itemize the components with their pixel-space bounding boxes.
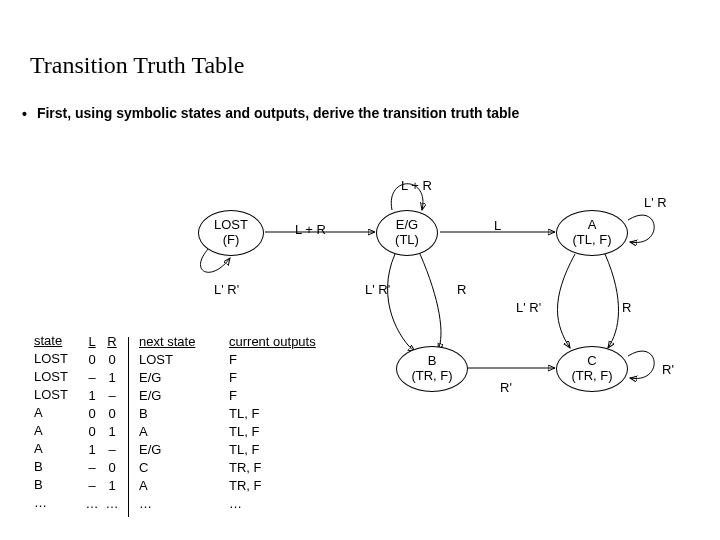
cell-next: … [139, 496, 229, 514]
cell-next: B [139, 406, 229, 424]
cell-out: F [229, 352, 349, 370]
cell-out: TR, F [229, 460, 349, 478]
cell-l: 0 [82, 352, 102, 370]
col-l: L 0–1001––… [82, 334, 102, 517]
col-r: R 01–01–01… [102, 334, 122, 517]
cell-l: … [82, 496, 102, 514]
cell-r: … [102, 496, 122, 514]
cell-state: A [34, 406, 82, 424]
cell-state: LOST [34, 388, 82, 406]
cell-out: F [229, 388, 349, 406]
col-state: state LOSTLOSTLOSTAAABB… [34, 334, 82, 517]
cell-l: – [82, 460, 102, 478]
cell-l: 0 [82, 424, 102, 442]
hdr-l: L [82, 334, 102, 352]
cell-state: A [34, 442, 82, 460]
cell-state: B [34, 478, 82, 496]
cell-r: 1 [102, 478, 122, 496]
cell-next: E/G [139, 388, 229, 406]
cell-out: TL, F [229, 442, 349, 460]
col-next: next state LOSTE/GE/GBAE/GCA… [139, 334, 229, 517]
hdr-out: current outputs [229, 334, 349, 352]
cell-next: A [139, 424, 229, 442]
cell-next: E/G [139, 442, 229, 460]
col-out: current outputs FFFTL, FTL, FTL, FTR, FT… [229, 334, 349, 517]
cell-r: 0 [102, 352, 122, 370]
cell-state: LOST [34, 352, 82, 370]
cell-next: C [139, 460, 229, 478]
cell-l: – [82, 478, 102, 496]
col-separator [128, 337, 129, 517]
cell-out: F [229, 370, 349, 388]
hdr-next: next state [139, 334, 229, 352]
truth-table: state LOSTLOSTLOSTAAABB… L 0–1001––… R 0… [34, 334, 349, 517]
cell-state: A [34, 424, 82, 442]
cell-l: 0 [82, 406, 102, 424]
cell-out: TL, F [229, 406, 349, 424]
cell-r: 1 [102, 424, 122, 442]
cell-l: 1 [82, 442, 102, 460]
cell-out: TR, F [229, 478, 349, 496]
cell-r: 1 [102, 370, 122, 388]
cell-r: 0 [102, 460, 122, 478]
cell-out: … [229, 496, 349, 514]
hdr-r: R [102, 334, 122, 352]
hdr-state: state [34, 334, 82, 352]
cell-r: – [102, 442, 122, 460]
cell-l: 1 [82, 388, 102, 406]
cell-out: TL, F [229, 424, 349, 442]
cell-r: – [102, 388, 122, 406]
cell-state: LOST [34, 370, 82, 388]
cell-l: – [82, 370, 102, 388]
cell-next: A [139, 478, 229, 496]
cell-state: B [34, 460, 82, 478]
cell-next: LOST [139, 352, 229, 370]
cell-r: 0 [102, 406, 122, 424]
cell-state: … [34, 496, 82, 514]
cell-next: E/G [139, 370, 229, 388]
